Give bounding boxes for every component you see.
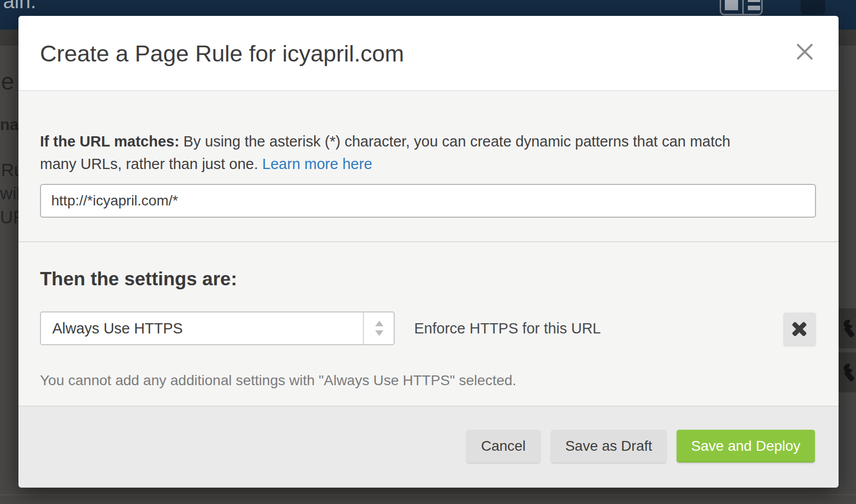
close-icon[interactable]: [793, 40, 816, 63]
header-text-fragment: ain.: [3, 0, 36, 13]
save-and-deploy-button[interactable]: Save and Deploy: [677, 430, 815, 463]
chevron-down-icon: [375, 330, 383, 336]
rule-row-fragment: [839, 308, 856, 348]
select-spinner-icon[interactable]: [363, 312, 394, 344]
setting-note: You cannot add any additional settings w…: [40, 372, 516, 389]
url-match-description: If the URL matches: By using the asteris…: [40, 130, 752, 175]
wrench-icon: [844, 320, 856, 338]
page-rule-modal: Create a Page Rule for icyapril.com If t…: [18, 16, 839, 488]
url-match-label: If the URL matches:: [40, 133, 179, 150]
settings-heading: Then the settings are:: [40, 267, 237, 291]
header-icon-fragment: [801, 0, 825, 14]
layout-icon: [720, 0, 763, 15]
section-divider: [18, 241, 839, 242]
url-pattern-input[interactable]: [40, 184, 816, 218]
modal-title: Create a Page Rule for icyapril.com: [40, 38, 404, 69]
cancel-button[interactable]: Cancel: [466, 430, 540, 463]
rule-row-fragment: [839, 352, 856, 392]
page-text-fragment: e: [1, 68, 14, 95]
setting-select-value: Always Use HTTPS: [52, 312, 183, 344]
modal-footer: Cancel Save as Draft Save and Deploy: [18, 406, 839, 488]
chevron-up-icon: [375, 321, 383, 326]
save-as-draft-button[interactable]: Save as Draft: [551, 430, 666, 463]
wrench-icon: [844, 364, 856, 382]
modal-header: Create a Page Rule for icyapril.com: [18, 16, 839, 91]
page-divider-fragment: [0, 494, 856, 495]
learn-more-link[interactable]: Learn more here: [262, 156, 372, 172]
page: ain. e nav Ru will UR: [0, 0, 856, 504]
setting-select[interactable]: Always Use HTTPS: [40, 311, 395, 345]
setting-description: Enforce HTTPS for this URL: [414, 303, 601, 353]
remove-setting-button[interactable]: [783, 312, 816, 346]
